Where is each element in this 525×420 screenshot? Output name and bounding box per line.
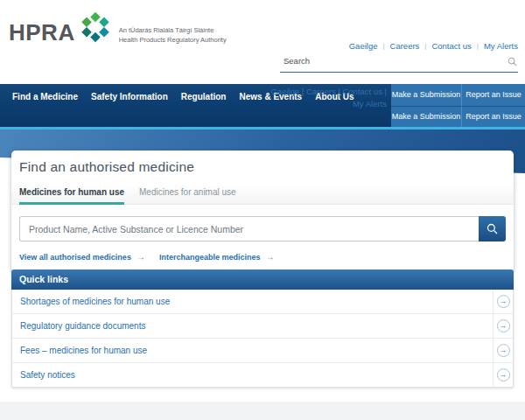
- list-item-shortages[interactable]: Shortages of medicines for human use →: [12, 290, 513, 314]
- circle-arrow-icon[interactable]: →: [497, 319, 510, 332]
- search-icon[interactable]: [508, 57, 517, 66]
- circle-arrow-icon[interactable]: →: [497, 368, 510, 382]
- nav-item-find-a-medicine[interactable]: Find a Medicine: [12, 92, 78, 102]
- medicine-search-button[interactable]: [479, 216, 506, 242]
- utility-links: Gaeilge | Careers | Contact us | My Aler…: [349, 41, 518, 51]
- quick-links-section: Quick links Shortages of medicines for h…: [11, 270, 514, 388]
- tagline-english: Health Products Regulatory Authority: [119, 36, 227, 46]
- medicine-tabs: Medicines for human use Medicines for an…: [11, 183, 514, 205]
- make-a-submission-button[interactable]: Make a Submission: [391, 106, 461, 128]
- icon-cell: →: [493, 339, 513, 362]
- main-navbar: Find a Medicine Safety Information Regul…: [0, 84, 525, 130]
- list-item-regulatory-guidance[interactable]: Regulatory guidance documents →: [12, 314, 513, 339]
- quick-links-heading: Quick links: [11, 270, 514, 290]
- list-item-fees[interactable]: Fees – medicines for human use →: [12, 339, 513, 363]
- footer-band: [0, 402, 525, 420]
- logo[interactable]: HPRA An tÚdarás Rialála Táirgí Sláinte H…: [9, 9, 227, 49]
- utility-link-gaeilge[interactable]: Gaeilge: [349, 41, 378, 51]
- make-a-submission-button[interactable]: Make a Submission: [391, 84, 461, 106]
- report-an-issue-button[interactable]: Report an Issue: [461, 84, 525, 106]
- tagline-irish: An tÚdarás Rialála Táirgí Sláinte: [119, 26, 227, 36]
- separator: |: [477, 42, 479, 50]
- header-search: [280, 52, 518, 73]
- header-search-input[interactable]: [282, 55, 495, 66]
- utility-link-my-alerts[interactable]: My Alerts: [484, 41, 518, 51]
- report-an-issue-button[interactable]: Report an Issue: [461, 106, 525, 128]
- utility-link-contact-us[interactable]: Contact us: [431, 41, 471, 51]
- ghost-utility-links: Gaeilge | Careers | Contact us | My Aler…: [270, 86, 387, 110]
- find-medicine-card: Find an authorised medicine Medicines fo…: [11, 150, 514, 272]
- arrow-right-icon: →: [136, 252, 145, 262]
- page-title: Find an authorised medicine: [19, 159, 506, 175]
- ghost-utility-links-line2[interactable]: My Alerts: [270, 98, 387, 110]
- site-header: HPRA An tÚdarás Rialála Táirgí Sláinte H…: [0, 0, 525, 84]
- link-label: View all authorised medicines: [19, 253, 131, 262]
- search-icon: [486, 223, 498, 234]
- nav-item-safety-information[interactable]: Safety Information: [91, 92, 168, 102]
- list-item-label: Shortages of medicines for human use: [12, 290, 493, 313]
- arrow-right-icon: →: [265, 252, 274, 262]
- ghost-utility-links-line1[interactable]: Gaeilge | Careers | Contact us |: [270, 86, 387, 98]
- icon-cell: →: [493, 363, 513, 387]
- list-item-label: Safety notices: [12, 363, 493, 387]
- quick-links-list: Shortages of medicines for human use → R…: [11, 290, 514, 388]
- separator: |: [382, 42, 384, 50]
- nav-action-buttons: Make a Submission Report an Issue Make a…: [391, 84, 525, 127]
- list-item-label: Fees – medicines for human use: [12, 339, 493, 362]
- medicine-search-row: [19, 216, 506, 242]
- nav-item-regulation[interactable]: Regulation: [181, 92, 227, 102]
- medicine-quick-links: View all authorised medicines → Intercha…: [19, 252, 506, 262]
- interchangeable-medicines-link[interactable]: Interchangeable medicines →: [159, 252, 275, 262]
- logo-text: HPRA: [9, 19, 75, 46]
- separator: |: [424, 42, 426, 50]
- list-item-safety-notices[interactable]: Safety notices →: [12, 363, 513, 387]
- utility-link-careers[interactable]: Careers: [390, 41, 420, 51]
- link-label: Interchangeable medicines: [159, 253, 261, 262]
- icon-cell: →: [493, 290, 513, 313]
- hpra-homepage: HPRA An tÚdarás Rialála Táirgí Sláinte H…: [0, 0, 525, 420]
- hpra-flower-icon: [77, 9, 114, 49]
- circle-arrow-icon[interactable]: →: [497, 295, 510, 308]
- view-all-authorised-medicines-link[interactable]: View all authorised medicines →: [19, 252, 145, 262]
- logo-tagline: An tÚdarás Rialála Táirgí Sláinte Health…: [119, 26, 227, 45]
- tab-medicines-human-use[interactable]: Medicines for human use: [19, 183, 124, 205]
- tab-medicines-animal-use[interactable]: Medicines for animal use: [139, 183, 236, 204]
- medicine-search-input[interactable]: [19, 216, 479, 242]
- icon-cell: →: [493, 314, 513, 338]
- circle-arrow-icon[interactable]: →: [497, 344, 510, 357]
- list-item-label: Regulatory guidance documents: [12, 314, 493, 338]
